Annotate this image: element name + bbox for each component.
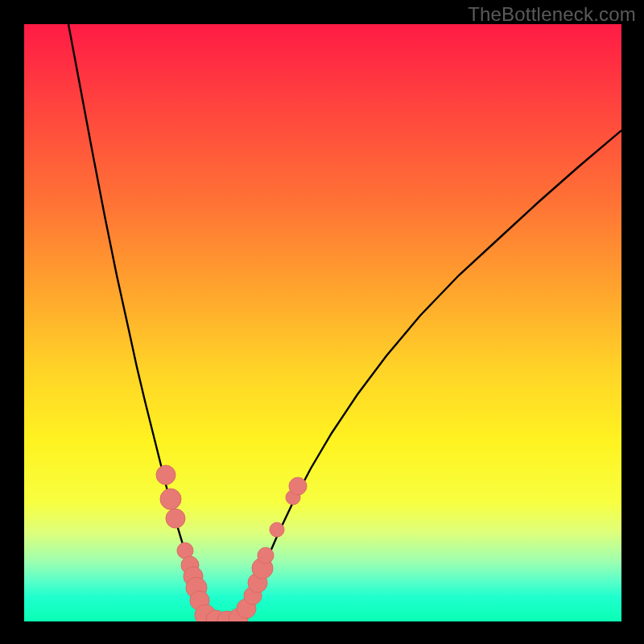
data-dot [258,547,274,564]
watermark-text: TheBottleneck.com [468,3,636,26]
chart-frame: TheBottleneck.com [0,0,644,644]
curve-svg [24,24,621,621]
plot-area [24,24,621,621]
bottleneck-curve [68,24,621,621]
data-dot [289,477,307,495]
data-dots [156,465,307,621]
data-dot [160,489,181,510]
data-dot [156,465,175,485]
data-dot [166,509,185,528]
data-dot [270,522,284,537]
